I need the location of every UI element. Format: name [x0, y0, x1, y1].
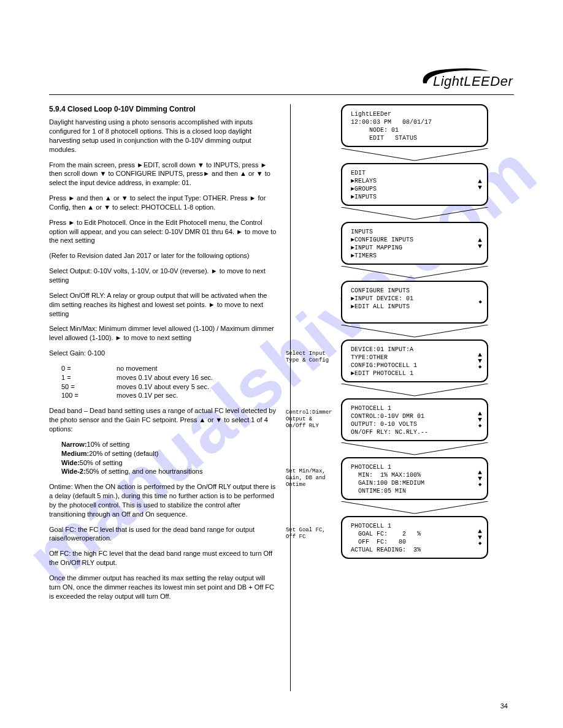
lcd-line: PHOTOCELL 1: [351, 522, 470, 530]
lcd-line: INPUTS: [351, 228, 470, 236]
flow-arrow-down-icon: [341, 266, 488, 279]
brand-logo: LightLEEDer: [416, 66, 514, 91]
arrow-down-icon: ▼: [478, 358, 482, 364]
paragraph: From the main screen, press ►EDIT, scrol…: [49, 161, 278, 188]
lcd-line: CONFIG:PHOTOCELL 1: [351, 362, 470, 370]
flow-arrow-down-icon: [341, 384, 488, 397]
nav-icons: ▲▼: [478, 238, 482, 249]
paragraph: Select On/Off RLY: A relay or group outp…: [49, 291, 278, 319]
lcd-line: GAIN:100 DB:MEDIUM: [351, 479, 470, 487]
brand-text: LightLEEDer: [433, 74, 513, 89]
flow-arrow-down-icon: [341, 148, 488, 162]
lcd-panel: PHOTOCELL 1 MIN: 1% MAX:100% GAIN:100 DB…: [341, 457, 488, 500]
lcd-line: ONTIME:05 MIN: [351, 487, 470, 495]
lcd-line: ACTUAL READING: 3%: [351, 546, 470, 554]
panel-side-label: Select Input Type & Config: [286, 351, 338, 364]
paragraph: Select Gain: 0-100: [49, 349, 278, 358]
nav-icons: ▲▼: [478, 179, 482, 191]
lcd-line: 12:00:03 PM 08/01/17: [351, 118, 470, 126]
paragraph: Select Output: 0-10V volts, 1-10V, or 10…: [49, 267, 278, 285]
paragraph: Ontime: When the ON action is performed …: [49, 482, 278, 518]
lcd-line: ►CONFIGURE INPUTS: [351, 236, 470, 244]
page-number: 34: [500, 702, 508, 710]
lcd-line: LightLEEDer: [351, 110, 470, 118]
panel-side-label: Set Min/Max, Gain, DB and Ontime: [286, 468, 338, 488]
arrow-down-icon: ▼: [478, 535, 482, 540]
paragraph: Press ► to Edit Photocell. Once in the E…: [49, 218, 278, 246]
lcd-line: ►INPUT DEVICE: 01: [351, 295, 470, 303]
lcd-line: ►EDIT ALL INPUTS: [351, 303, 470, 311]
lcd-line: PHOTOCELL 1: [351, 404, 470, 412]
lcd-line: ►TIMERS: [351, 252, 470, 260]
paragraph: Goal FC: the FC level that is used for t…: [49, 525, 278, 544]
lcd-line: OFF FC: 80: [351, 538, 470, 546]
paragraph: Off FC: the high FC level that the dead …: [49, 549, 278, 567]
flow-diagram-column: LightLEEDer12:00:03 PM 08/01/17 NODE: 01…: [291, 104, 514, 691]
nav-icons: ▲▼◆: [478, 411, 482, 429]
lcd-panel: EDIT►RELAYS►GROUPS►INPUTS▲▼: [341, 163, 488, 206]
enter-icon: ◆: [478, 365, 481, 370]
lcd-line: TYPE:OTHER: [351, 354, 470, 362]
nav-icons: ▲▼◆: [478, 352, 482, 370]
enter-icon: ◆: [478, 541, 481, 547]
lcd-panel: DEVICE:01 INPUT:ATYPE:OTHERCONFIG:PHOTOC…: [341, 339, 488, 382]
panel-side-label: Set Goal FC, Off FC: [286, 527, 338, 540]
flow-arrow-down-icon: [341, 442, 488, 456]
paragraph: Select Min/Max: Minimum dimmer level all…: [49, 324, 278, 343]
lcd-line: CONTROL:0-10V DMR 01: [351, 412, 470, 420]
panel-side-label: Control:Dimmer Output & On/Off RLY: [286, 409, 338, 429]
enter-icon: ◆: [478, 300, 481, 305]
section-heading: 5.9.4 Closed Loop 0-10V Dimming Control: [49, 104, 278, 114]
body-text-column: 5.9.4 Closed Loop 0-10V Dimming Control …: [49, 104, 291, 691]
lcd-line: ►INPUTS: [351, 193, 470, 201]
arrow-down-icon: ▼: [478, 476, 482, 482]
flow-arrow-down-icon: [341, 207, 488, 221]
reference-note: (Refer to Revision dated Jan 2017 or lat…: [49, 251, 278, 260]
lcd-panel: CONFIGURE INPUTS►INPUT DEVICE: 01►EDIT A…: [341, 281, 488, 324]
lcd-line: EDIT: [351, 169, 470, 177]
flow-arrow-down-icon: [341, 501, 488, 515]
lcd-line: NODE: 01: [351, 126, 470, 134]
lcd-line: OUTPUT: 0-10 VOLTS: [351, 420, 470, 428]
paragraph: Dead band – Dead band setting uses a ran…: [49, 406, 278, 434]
nav-icons: ▲▼◆: [478, 529, 482, 547]
lcd-line: ►RELAYS: [351, 177, 470, 185]
nav-icons: ▲▼◆: [478, 470, 482, 488]
lcd-line: ►EDIT PHOTOCELL 1: [351, 370, 470, 377]
enter-icon: ◆: [478, 482, 481, 488]
lcd-line: ►GROUPS: [351, 185, 470, 193]
arrow-down-icon: ▼: [478, 244, 482, 249]
nav-icons: ◆: [478, 300, 481, 305]
lcd-line: PHOTOCELL 1: [351, 463, 470, 471]
lcd-line: DEVICE:01 INPUT:A: [351, 346, 470, 354]
lcd-line: MIN: 1% MAX:100%: [351, 471, 470, 479]
lcd-panel: LightLEEDer12:00:03 PM 08/01/17 NODE: 01…: [341, 104, 488, 147]
paragraph: Daylight harvesting using a photo sensor…: [49, 118, 278, 154]
lcd-panel: INPUTS►CONFIGURE INPUTS►INPUT MAPPING►TI…: [341, 222, 488, 265]
gain-list: 0 = no movement 1 = moves 0.1V about eve…: [61, 364, 278, 400]
lcd-line: ►INPUT MAPPING: [351, 244, 470, 252]
lcd-panel: PHOTOCELL 1 GOAL FC: 2 % OFF FC: 80ACTUA…: [341, 516, 488, 559]
lcd-line: EDIT STATUS: [351, 134, 470, 142]
header-divider: [49, 94, 514, 95]
paragraph: Press ► and then ▲ or ▼ to select the in…: [49, 194, 278, 212]
deadband-list: Narrow: 10% of setting Medium: 20% of se…: [61, 440, 278, 476]
arrow-down-icon: ▼: [478, 417, 482, 423]
arrow-down-icon: ▼: [478, 185, 482, 191]
lcd-line: CONFIGURE INPUTS: [351, 287, 470, 295]
lcd-panel: PHOTOCELL 1CONTROL:0-10V DMR 01OUTPUT: 0…: [341, 398, 488, 441]
paragraph: Once the dimmer output has reached its m…: [49, 574, 278, 601]
lcd-line: GOAL FC: 2 %: [351, 530, 470, 538]
enter-icon: ◆: [478, 423, 481, 429]
lcd-line: ON/OFF RLY: NC.RLY.--: [351, 428, 470, 436]
flow-arrow-down-icon: [341, 325, 488, 338]
